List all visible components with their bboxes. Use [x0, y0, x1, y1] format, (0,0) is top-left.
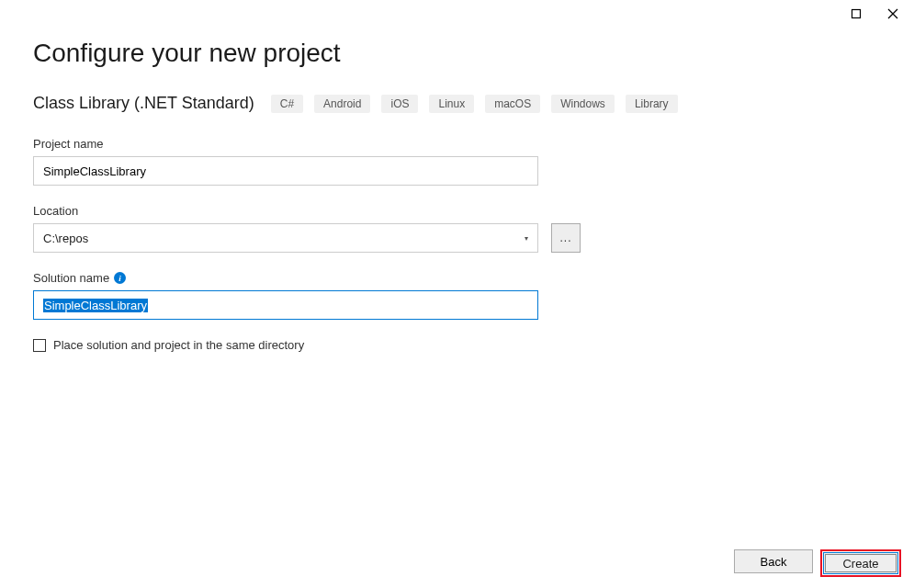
svg-rect-0 [852, 10, 861, 18]
template-row: Class Library (.NET Standard) C# Android… [33, 94, 881, 113]
create-button[interactable]: Create [823, 552, 898, 574]
location-input[interactable]: C:\repos ▾ [33, 223, 538, 253]
chevron-down-icon: ▾ [525, 234, 528, 243]
same-directory-checkbox[interactable] [33, 339, 46, 352]
maximize-icon [851, 8, 862, 19]
location-label: Location [33, 204, 881, 218]
create-button-highlight: Create [820, 549, 901, 577]
info-icon[interactable]: i [114, 272, 126, 284]
tag-linux: Linux [429, 95, 474, 113]
page-title: Configure your new project [33, 39, 881, 68]
solution-name-value: SimpleClassLibrary [43, 299, 148, 312]
back-button[interactable]: Back [734, 549, 813, 573]
close-button[interactable] [885, 6, 901, 22]
tag-android: Android [314, 95, 370, 113]
create-button-label: Create [825, 554, 897, 572]
project-name-label: Project name [33, 137, 881, 151]
tag-csharp: C# [271, 95, 303, 113]
location-value: C:\repos [43, 232, 88, 245]
browse-button[interactable]: ... [551, 223, 581, 253]
tag-ios: iOS [381, 95, 418, 113]
close-icon [887, 8, 898, 19]
maximize-button[interactable] [848, 6, 864, 22]
solution-name-label: Solution name [33, 271, 109, 285]
tag-library: Library [626, 95, 678, 113]
same-directory-label: Place solution and project in the same d… [53, 338, 304, 352]
project-name-input[interactable] [33, 156, 538, 186]
template-name: Class Library (.NET Standard) [33, 94, 254, 113]
tag-macos: macOS [485, 95, 540, 113]
solution-name-input[interactable]: SimpleClassLibrary [33, 290, 538, 320]
tag-windows: Windows [551, 95, 615, 113]
